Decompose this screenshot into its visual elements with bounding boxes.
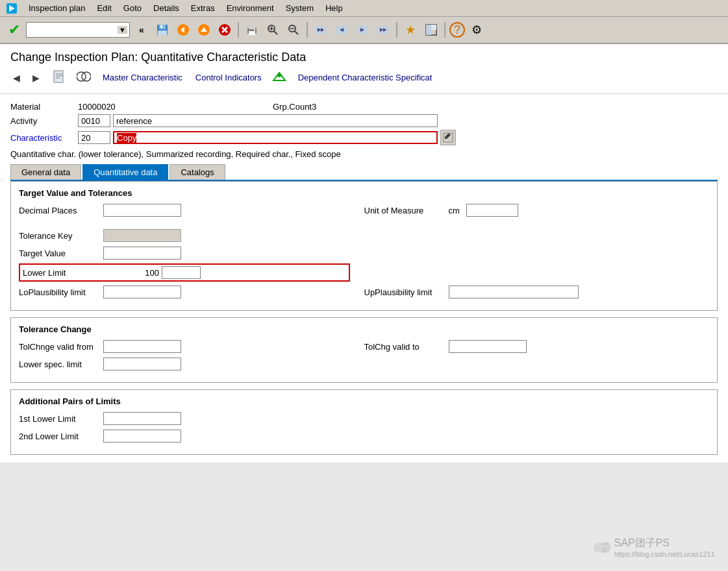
characteristic-code-input[interactable] bbox=[78, 131, 110, 144]
lo-plausibility-input[interactable] bbox=[103, 286, 181, 298]
find-button[interactable] bbox=[264, 21, 282, 39]
lower-spec-limit-row: Lower spec. limit bbox=[19, 357, 709, 371]
svg-text:PS: PS bbox=[601, 544, 610, 552]
header-fields: Material 10000020 Grp.Count3 Activity Ch… bbox=[10, 102, 718, 145]
first-lower-limit-row: 1st Lower Limit bbox=[19, 411, 709, 426]
command-dropdown[interactable]: ▼ bbox=[118, 26, 127, 34]
tab-general-data[interactable]: General data bbox=[10, 164, 81, 180]
activity-row: Activity bbox=[10, 114, 718, 127]
cancel-button[interactable] bbox=[216, 21, 234, 39]
tab-quantitative-data[interactable]: Quantitative data bbox=[82, 164, 168, 180]
decimal-places-input[interactable] bbox=[103, 204, 181, 217]
nav-next-button[interactable]: ▶ bbox=[30, 72, 42, 84]
print-button[interactable] bbox=[243, 21, 261, 39]
description-line: Quantitative char. (lower tolerance), Su… bbox=[10, 149, 718, 159]
tolchg-valid-to-input[interactable] bbox=[449, 340, 527, 353]
target-value-row: Target Value bbox=[19, 246, 709, 260]
menu-extras[interactable]: Extras bbox=[186, 2, 220, 14]
unit-of-measure-value: cm bbox=[449, 206, 460, 215]
svg-point-41 bbox=[77, 72, 86, 81]
nav-prev-button[interactable]: ◀ bbox=[10, 72, 22, 84]
characteristic-label: Characteristic bbox=[10, 133, 75, 143]
characteristic-value-input[interactable] bbox=[113, 131, 438, 144]
lower-spec-limit-input[interactable] bbox=[103, 358, 181, 371]
menu-goto[interactable]: Goto bbox=[118, 2, 147, 14]
grp-value: Grp.Count3 bbox=[273, 102, 316, 112]
tab-catalogs[interactable]: Catalogs bbox=[169, 164, 225, 180]
unit-of-measure-input[interactable] bbox=[466, 204, 518, 217]
master-characteristic-link[interactable]: Master Characteristic bbox=[100, 71, 185, 84]
target-value-input[interactable] bbox=[103, 247, 181, 260]
menu-system[interactable]: System bbox=[281, 2, 319, 14]
tolerance-key-input[interactable] bbox=[103, 229, 181, 242]
decimal-places-label: Decimal Places bbox=[19, 206, 103, 215]
second-lower-limit-label: 2nd Lower Limit bbox=[19, 431, 103, 441]
tolchnge-left: TolChnge valid from bbox=[19, 340, 364, 353]
lo-plausibility-label: LoPlausibility limit bbox=[19, 287, 103, 297]
unit-of-measure-right: Unit of Measure cm bbox=[364, 204, 710, 217]
control-indicators-link[interactable]: Control Indicators bbox=[193, 71, 264, 84]
material-value: 10000020 bbox=[78, 102, 143, 112]
nav-back-button[interactable] bbox=[174, 21, 192, 39]
last-page-button[interactable] bbox=[374, 21, 392, 39]
settings-button[interactable]: ⚙ bbox=[468, 21, 486, 39]
back-arrows-button[interactable]: « bbox=[132, 21, 151, 39]
first-lower-limit-input[interactable] bbox=[103, 412, 181, 425]
find-next-button[interactable] bbox=[284, 21, 303, 39]
watermark-brand: SAP团子PS bbox=[614, 537, 670, 548]
toolbar-separator-3 bbox=[396, 22, 397, 38]
dependent-char-link[interactable]: Dependent Characteristic Specificat bbox=[295, 71, 435, 84]
nav-up-button[interactable] bbox=[195, 21, 213, 39]
spacer-1 bbox=[19, 221, 709, 228]
nav-bar: ◀ ▶ Master Characteristic Control Indica… bbox=[10, 69, 718, 86]
command-input[interactable] bbox=[27, 23, 118, 37]
target-tolerances-title: Target Value and Tolerances bbox=[19, 188, 709, 198]
second-lower-limit-input[interactable] bbox=[103, 430, 181, 443]
master-char-icon bbox=[77, 71, 91, 84]
material-label: Material bbox=[10, 102, 75, 112]
toolbar-separator-1 bbox=[238, 22, 239, 38]
menu-details[interactable]: Details bbox=[148, 2, 184, 14]
tolchnge-valid-from-input[interactable] bbox=[103, 340, 181, 353]
tolchnge-right: TolChg valid to bbox=[364, 340, 710, 353]
help-button[interactable]: ? bbox=[449, 22, 465, 38]
check-button[interactable]: ✔ bbox=[5, 21, 23, 39]
characteristic-edit-button[interactable] bbox=[440, 130, 456, 145]
tolerance-key-label: Tolerance Key bbox=[19, 231, 103, 241]
svg-rect-35 bbox=[426, 25, 431, 35]
lower-limit-input[interactable] bbox=[94, 268, 159, 278]
up-plausibility-input[interactable] bbox=[449, 286, 579, 298]
decimal-places-row: Decimal Places Unit of Measure cm bbox=[19, 203, 709, 217]
menu-environment[interactable]: Environment bbox=[221, 2, 279, 14]
menu-help[interactable]: Help bbox=[320, 2, 348, 14]
svg-rect-15 bbox=[249, 31, 255, 35]
target-tolerances-section: Target Value and Tolerances Decimal Plac… bbox=[10, 181, 718, 311]
tolerance-key-left: Tolerance Key bbox=[19, 229, 364, 242]
target-value-label: Target Value bbox=[19, 249, 103, 258]
activity-value-input[interactable] bbox=[113, 114, 438, 127]
prev-page-button[interactable] bbox=[333, 21, 351, 39]
tolerance-change-form: TolChnge valid from TolChg valid to Lowe… bbox=[19, 339, 709, 371]
lower-limit-extra-input[interactable] bbox=[162, 266, 201, 279]
svg-point-44 bbox=[277, 73, 281, 77]
first-page-button[interactable] bbox=[312, 21, 330, 39]
first-lower-limit-label: 1st Lower Limit bbox=[19, 414, 103, 424]
svg-rect-4 bbox=[160, 25, 162, 28]
save-button[interactable] bbox=[153, 21, 171, 39]
page-title-area: Change Inspection Plan: Quantitative Cha… bbox=[0, 44, 728, 94]
second-lower-limit-row: 2nd Lower Limit bbox=[19, 429, 709, 443]
bookmark-button[interactable]: ★ bbox=[401, 21, 420, 39]
menu-edit[interactable]: Edit bbox=[92, 2, 116, 14]
lo-plausibility-left: LoPlausibility limit bbox=[19, 286, 364, 298]
lower-limit-highlighted-box: Lower Limit bbox=[19, 263, 350, 282]
activity-code-input[interactable] bbox=[78, 114, 110, 127]
tolerance-change-title: Tolerance Change bbox=[19, 324, 709, 334]
tolchg-valid-to-label: TolChg valid to bbox=[364, 342, 449, 352]
svg-rect-14 bbox=[249, 25, 255, 29]
menu-inspection-plan[interactable]: Inspection plan bbox=[23, 2, 90, 14]
layout-button[interactable] bbox=[422, 21, 440, 39]
additional-pairs-section: Additional Pairs of Limits 1st Lower Lim… bbox=[10, 389, 718, 455]
next-page-button[interactable] bbox=[353, 21, 371, 39]
lower-spec-limit-label: Lower spec. limit bbox=[19, 359, 103, 369]
additional-pairs-form: 1st Lower Limit 2nd Lower Limit bbox=[19, 411, 709, 443]
